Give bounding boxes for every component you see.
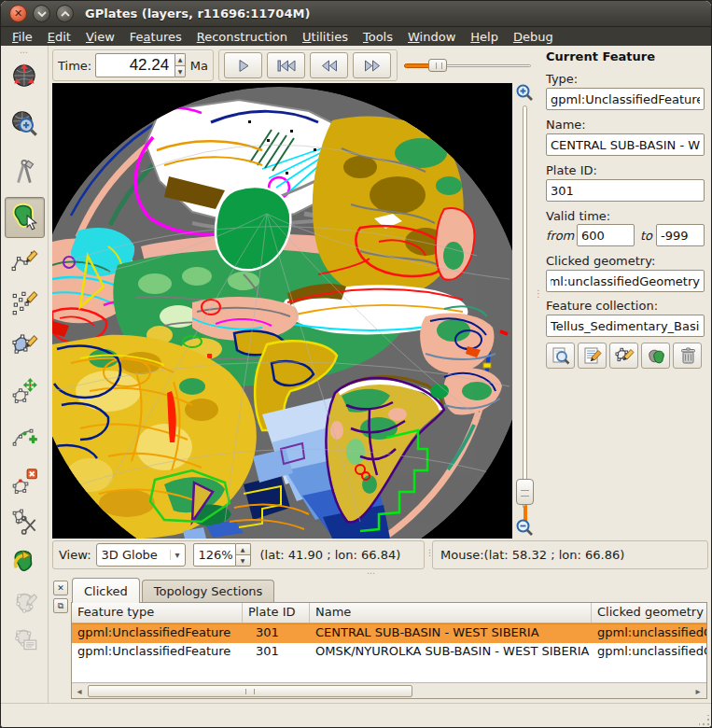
clone-feature-button[interactable] — [641, 343, 670, 369]
zoom-globe-icon — [10, 109, 40, 139]
play-button[interactable] — [224, 52, 262, 78]
zoom-out-icon[interactable] — [515, 518, 534, 537]
delete-vertex-icon — [10, 467, 40, 497]
window-maximize-button[interactable] — [56, 5, 74, 22]
column-feature-type[interactable]: Feature type — [72, 603, 243, 623]
tab-topology-sections[interactable]: Topology Sections — [142, 580, 275, 603]
tool-move-vertex[interactable] — [5, 371, 45, 413]
table-horizontal-scrollbar[interactable]: ◂ ▸ — [72, 682, 706, 698]
current-feature-panel: Current Feature Type: Name: Plate ID: Va… — [540, 46, 712, 568]
time-spin-down[interactable]: ▼ — [175, 65, 186, 78]
zoom-slider-track[interactable] — [523, 105, 527, 509]
table-cell: gpml:UnclassifiedFeature — [72, 643, 243, 663]
time-input[interactable] — [95, 53, 175, 77]
tool-insert-vertex[interactable] — [5, 416, 45, 457]
build-topology-icon — [10, 589, 40, 619]
zoom-slider-handle[interactable] — [516, 479, 534, 505]
digitise-polyline-icon — [10, 247, 40, 277]
zoom-spin-down[interactable]: ▼ — [236, 554, 251, 567]
resize-grip[interactable] — [699, 715, 710, 726]
tool-delete-vertex[interactable] — [5, 461, 45, 502]
table-cell: gpml:UnclassifiedFeature — [72, 624, 243, 643]
tool-digitise-multipoint[interactable] — [5, 283, 45, 324]
menu-item-utilities[interactable]: Utilities — [295, 29, 356, 45]
column-clicked-geometry[interactable]: Clicked geometry — [592, 603, 706, 623]
menu-item-file[interactable]: File — [5, 29, 40, 45]
edit-geometry-button[interactable] — [609, 343, 638, 369]
window-close-button[interactable]: ✕ — [9, 5, 27, 22]
menu-item-window[interactable]: Window — [400, 29, 463, 45]
insert-vertex-icon — [10, 422, 40, 452]
time-spin-up[interactable]: ▲ — [175, 53, 186, 65]
title-bar[interactable]: ✕ GPlates (layers, r11696:11704M) — [1, 1, 712, 27]
time-label: Time: — [58, 59, 91, 73]
zoom-spin-up[interactable]: ▲ — [236, 543, 251, 554]
time-slider-handle[interactable] — [428, 59, 447, 72]
time-unit-label: Ma — [190, 59, 208, 73]
scroll-left-arrow[interactable]: ◂ — [72, 683, 87, 698]
edit-feature-button[interactable] — [578, 343, 607, 369]
digitise-multipoint-icon — [10, 288, 40, 318]
clicked-geometry-field[interactable] — [546, 270, 705, 292]
split-feature-icon — [10, 507, 40, 537]
valid-time-from-field[interactable] — [577, 224, 635, 246]
menu-item-features[interactable]: Features — [122, 29, 189, 45]
feature-collection-field[interactable] — [546, 315, 705, 337]
tool-split-feature[interactable] — [5, 501, 45, 542]
seek-start-button[interactable] — [267, 52, 305, 78]
scroll-right-arrow[interactable]: ▸ — [691, 683, 705, 698]
tool-digitise-polyline[interactable] — [5, 242, 45, 283]
valid-time-to-field[interactable] — [656, 224, 705, 246]
menu-item-edit[interactable]: Edit — [40, 29, 78, 45]
zoom-in-icon[interactable] — [515, 83, 534, 102]
table-cell: CENTRAL SUB-BASIN - WEST SIBERIA — [310, 624, 592, 643]
close-panel-button[interactable]: ✕ — [53, 581, 68, 595]
column-plate-id[interactable]: Plate ID — [243, 603, 310, 623]
edit-topology-sections-icon — [10, 624, 40, 654]
detach-panel-button[interactable]: ⧉ — [53, 598, 68, 613]
view-mode-value: 3D Globe — [102, 548, 158, 562]
tool-manipulate-plate[interactable] — [5, 542, 45, 583]
panel-splitter[interactable]: ⋮ — [533, 83, 539, 539]
delete-feature-button[interactable] — [673, 343, 702, 369]
clicked-geometry-label: Clicked geometry: — [546, 254, 655, 268]
scrollbar-thumb[interactable] — [88, 685, 412, 697]
table-row[interactable]: gpml:UnclassifiedFeature301OMSK/NYUROLKA… — [72, 643, 706, 663]
time-slider[interactable] — [404, 59, 531, 72]
feature-actions — [546, 343, 702, 369]
from-label: from — [546, 229, 574, 243]
menu-item-tools[interactable]: Tools — [356, 29, 400, 45]
view-label: View: — [59, 548, 91, 562]
tool-choose-feature[interactable] — [5, 197, 45, 238]
type-field[interactable] — [546, 88, 705, 110]
tool-reorient-globe[interactable] — [5, 55, 45, 96]
name-field[interactable] — [546, 133, 705, 156]
move-vertex-icon — [10, 377, 40, 407]
reorient-globe-icon — [10, 61, 40, 91]
step-back-button[interactable] — [310, 52, 348, 78]
tab-clicked[interactable]: Clicked — [72, 578, 140, 603]
menu-item-debug[interactable]: Debug — [506, 29, 561, 45]
camera-coordinates: (lat: 41.90 ; lon: 66.84) — [260, 548, 401, 562]
animation-controls — [218, 49, 398, 81]
menu-item-help[interactable]: Help — [463, 29, 506, 45]
magnifier-page-icon — [551, 346, 571, 365]
query-feature-button[interactable] — [546, 343, 575, 369]
column-name[interactable]: Name — [310, 603, 592, 623]
plate-id-field[interactable] — [546, 179, 705, 202]
window-minimize-button[interactable] — [33, 5, 50, 22]
gplates-window: ✕ GPlates (layers, r11696:11704M) FileEd… — [0, 0, 712, 728]
menu-item-view[interactable]: View — [78, 29, 122, 45]
globe-canvas[interactable] — [52, 83, 512, 539]
step-forward-button[interactable] — [353, 52, 391, 78]
view-mode-select[interactable]: 3D Globe ▾ — [96, 543, 186, 567]
feature-collection-label: Feature collection: — [546, 299, 658, 313]
tool-digitise-polygon[interactable] — [5, 327, 45, 368]
table-row[interactable]: gpml:UnclassifiedFeature301CENTRAL SUB-B… — [72, 623, 706, 643]
zoom-percent-input[interactable]: 126% — [193, 543, 236, 567]
menu-item-reconstruction[interactable]: Reconstruction — [189, 29, 295, 45]
tool-zoom-globe[interactable] — [5, 104, 45, 145]
tool-measure-distance[interactable] — [5, 152, 45, 193]
table-panel-splitter[interactable]: ⋯ — [367, 568, 376, 578]
status-bar — [1, 703, 712, 728]
